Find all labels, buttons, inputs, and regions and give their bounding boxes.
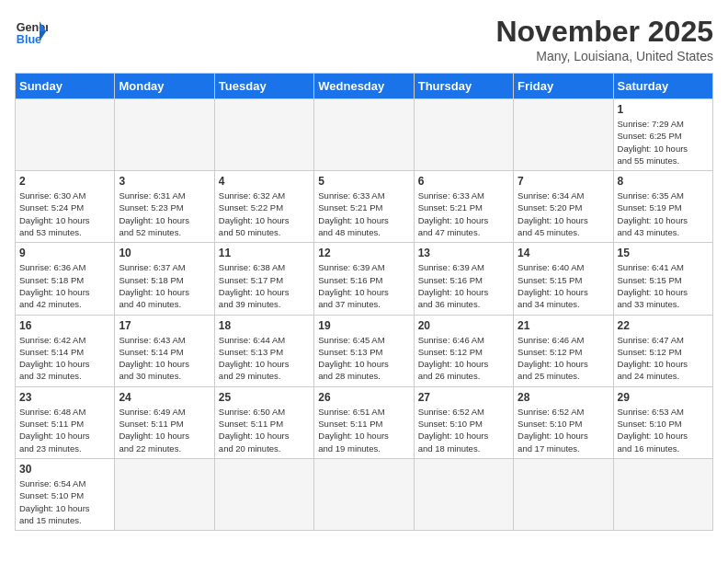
calendar-cell — [214, 458, 313, 530]
day-number: 2 — [19, 175, 110, 188]
calendar-cell: 4Sunrise: 6:32 AM Sunset: 5:22 PM Daylig… — [214, 171, 313, 243]
day-info: Sunrise: 6:32 AM Sunset: 5:22 PM Dayligh… — [219, 190, 310, 238]
day-number: 12 — [318, 247, 409, 259]
day-info: Sunrise: 6:48 AM Sunset: 5:11 PM Dayligh… — [19, 406, 110, 454]
location: Many, Louisiana, United States — [495, 49, 713, 63]
day-number: 15 — [618, 247, 709, 259]
calendar-header-monday: Monday — [115, 74, 214, 99]
calendar-cell: 2Sunrise: 6:30 AM Sunset: 5:24 PM Daylig… — [16, 171, 115, 243]
day-number: 24 — [119, 391, 210, 404]
calendar-cell: 27Sunrise: 6:52 AM Sunset: 5:10 PM Dayli… — [414, 386, 513, 458]
day-number: 18 — [219, 319, 310, 332]
calendar-cell: 20Sunrise: 6:46 AM Sunset: 5:12 PM Dayli… — [414, 315, 513, 386]
calendar-cell: 16Sunrise: 6:42 AM Sunset: 5:14 PM Dayli… — [16, 315, 115, 386]
day-info: Sunrise: 6:51 AM Sunset: 5:11 PM Dayligh… — [318, 406, 409, 454]
calendar-cell: 9Sunrise: 6:36 AM Sunset: 5:18 PM Daylig… — [16, 243, 115, 315]
calendar-cell — [314, 99, 414, 171]
day-number: 23 — [19, 391, 110, 404]
day-info: Sunrise: 6:36 AM Sunset: 5:18 PM Dayligh… — [19, 261, 110, 310]
day-number: 6 — [418, 175, 509, 188]
day-number: 19 — [318, 319, 409, 332]
day-number: 14 — [518, 247, 609, 259]
calendar: SundayMondayTuesdayWednesdayThursdayFrid… — [15, 73, 713, 531]
day-info: Sunrise: 6:53 AM Sunset: 5:10 PM Dayligh… — [618, 406, 709, 454]
calendar-cell: 18Sunrise: 6:44 AM Sunset: 5:13 PM Dayli… — [214, 315, 313, 386]
calendar-header-tuesday: Tuesday — [214, 74, 313, 99]
day-info: Sunrise: 6:46 AM Sunset: 5:12 PM Dayligh… — [518, 334, 609, 383]
day-number: 22 — [618, 319, 709, 332]
day-info: Sunrise: 6:40 AM Sunset: 5:15 PM Dayligh… — [518, 261, 609, 310]
day-number: 29 — [618, 391, 709, 404]
calendar-cell: 22Sunrise: 6:47 AM Sunset: 5:12 PM Dayli… — [613, 315, 712, 386]
calendar-cell: 28Sunrise: 6:52 AM Sunset: 5:10 PM Dayli… — [514, 386, 613, 458]
calendar-header-saturday: Saturday — [613, 74, 712, 99]
day-number: 20 — [418, 319, 509, 332]
calendar-cell — [514, 99, 613, 171]
calendar-cell — [514, 458, 613, 530]
calendar-cell — [613, 458, 712, 530]
day-info: Sunrise: 6:42 AM Sunset: 5:14 PM Dayligh… — [19, 334, 110, 383]
calendar-cell — [214, 99, 313, 171]
calendar-cell — [16, 99, 115, 171]
day-info: Sunrise: 6:39 AM Sunset: 5:16 PM Dayligh… — [318, 261, 409, 310]
calendar-week-5: 23Sunrise: 6:48 AM Sunset: 5:11 PM Dayli… — [16, 386, 713, 458]
day-info: Sunrise: 6:33 AM Sunset: 5:21 PM Dayligh… — [418, 190, 509, 238]
day-number: 11 — [219, 247, 310, 259]
calendar-cell — [414, 99, 513, 171]
calendar-cell: 19Sunrise: 6:45 AM Sunset: 5:13 PM Dayli… — [314, 315, 414, 386]
day-number: 5 — [318, 175, 409, 188]
day-info: Sunrise: 6:34 AM Sunset: 5:20 PM Dayligh… — [518, 190, 609, 238]
day-number: 27 — [418, 391, 509, 404]
day-info: Sunrise: 6:30 AM Sunset: 5:24 PM Dayligh… — [19, 190, 110, 238]
day-number: 28 — [518, 391, 609, 404]
day-info: Sunrise: 6:41 AM Sunset: 5:15 PM Dayligh… — [618, 261, 709, 310]
calendar-cell: 15Sunrise: 6:41 AM Sunset: 5:15 PM Dayli… — [613, 243, 712, 315]
calendar-cell: 30Sunrise: 6:54 AM Sunset: 5:10 PM Dayli… — [16, 458, 115, 530]
day-number: 3 — [119, 175, 210, 188]
calendar-week-4: 16Sunrise: 6:42 AM Sunset: 5:14 PM Dayli… — [16, 315, 713, 386]
day-info: Sunrise: 6:31 AM Sunset: 5:23 PM Dayligh… — [119, 190, 210, 238]
day-info: Sunrise: 6:49 AM Sunset: 5:11 PM Dayligh… — [119, 406, 210, 454]
calendar-week-6: 30Sunrise: 6:54 AM Sunset: 5:10 PM Dayli… — [16, 458, 713, 530]
calendar-cell — [115, 458, 214, 530]
calendar-header-row: SundayMondayTuesdayWednesdayThursdayFrid… — [16, 74, 713, 99]
day-number: 25 — [219, 391, 310, 404]
day-info: Sunrise: 6:37 AM Sunset: 5:18 PM Dayligh… — [119, 261, 210, 310]
day-info: Sunrise: 6:45 AM Sunset: 5:13 PM Dayligh… — [318, 334, 409, 383]
calendar-cell: 12Sunrise: 6:39 AM Sunset: 5:16 PM Dayli… — [314, 243, 414, 315]
month-title: November 2025 — [495, 15, 713, 49]
day-info: Sunrise: 6:52 AM Sunset: 5:10 PM Dayligh… — [518, 406, 609, 454]
day-info: Sunrise: 6:35 AM Sunset: 5:19 PM Dayligh… — [618, 190, 709, 238]
calendar-cell: 17Sunrise: 6:43 AM Sunset: 5:14 PM Dayli… — [115, 315, 214, 386]
day-info: Sunrise: 6:38 AM Sunset: 5:17 PM Dayligh… — [219, 261, 310, 310]
day-info: Sunrise: 7:29 AM Sunset: 6:25 PM Dayligh… — [618, 118, 709, 167]
calendar-cell: 25Sunrise: 6:50 AM Sunset: 5:11 PM Dayli… — [214, 386, 313, 458]
calendar-cell: 1Sunrise: 7:29 AM Sunset: 6:25 PM Daylig… — [613, 99, 712, 171]
day-number: 30 — [19, 463, 110, 476]
day-info: Sunrise: 6:46 AM Sunset: 5:12 PM Dayligh… — [418, 334, 509, 383]
day-number: 17 — [119, 319, 210, 332]
calendar-week-2: 2Sunrise: 6:30 AM Sunset: 5:24 PM Daylig… — [16, 171, 713, 243]
calendar-week-1: 1Sunrise: 7:29 AM Sunset: 6:25 PM Daylig… — [16, 99, 713, 171]
calendar-cell: 10Sunrise: 6:37 AM Sunset: 5:18 PM Dayli… — [115, 243, 214, 315]
calendar-cell — [314, 458, 414, 530]
calendar-cell: 11Sunrise: 6:38 AM Sunset: 5:17 PM Dayli… — [214, 243, 313, 315]
day-info: Sunrise: 6:47 AM Sunset: 5:12 PM Dayligh… — [618, 334, 709, 383]
day-number: 21 — [518, 319, 609, 332]
day-number: 1 — [618, 103, 709, 116]
calendar-header-wednesday: Wednesday — [314, 74, 414, 99]
day-number: 8 — [618, 175, 709, 188]
day-number: 10 — [119, 247, 210, 259]
calendar-cell: 23Sunrise: 6:48 AM Sunset: 5:11 PM Dayli… — [16, 386, 115, 458]
calendar-header-friday: Friday — [514, 74, 613, 99]
calendar-cell: 26Sunrise: 6:51 AM Sunset: 5:11 PM Dayli… — [314, 386, 414, 458]
calendar-cell: 8Sunrise: 6:35 AM Sunset: 5:19 PM Daylig… — [613, 171, 712, 243]
day-info: Sunrise: 6:52 AM Sunset: 5:10 PM Dayligh… — [418, 406, 509, 454]
calendar-cell: 24Sunrise: 6:49 AM Sunset: 5:11 PM Dayli… — [115, 386, 214, 458]
day-number: 9 — [19, 247, 110, 259]
day-info: Sunrise: 6:50 AM Sunset: 5:11 PM Dayligh… — [219, 406, 310, 454]
calendar-cell: 6Sunrise: 6:33 AM Sunset: 5:21 PM Daylig… — [414, 171, 513, 243]
logo: General Blue — [15, 15, 48, 48]
header: General Blue November 2025 Many, Louisia… — [15, 15, 713, 63]
calendar-header-thursday: Thursday — [414, 74, 513, 99]
